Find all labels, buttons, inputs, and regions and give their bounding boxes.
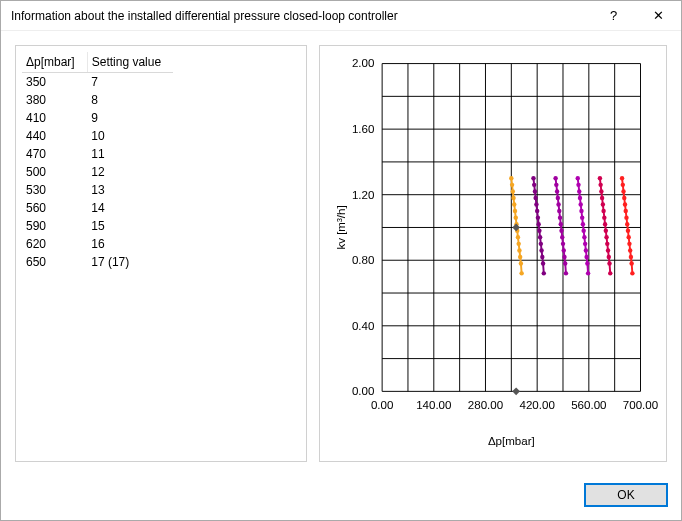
data-point xyxy=(607,255,611,259)
y-axis-label: kv [m³/h] xyxy=(335,205,347,249)
data-point xyxy=(581,222,585,226)
table-row[interactable]: 50012 xyxy=(22,163,173,181)
x-axis-label: Δp[mbar] xyxy=(488,435,535,447)
data-point xyxy=(576,176,580,180)
data-point xyxy=(518,255,522,259)
data-point xyxy=(604,229,608,233)
data-point xyxy=(564,271,568,275)
data-point xyxy=(576,183,580,187)
data-point xyxy=(582,235,586,239)
data-point xyxy=(586,271,590,275)
data-point xyxy=(536,222,540,226)
data-point xyxy=(584,255,588,259)
data-point xyxy=(580,215,584,219)
window-title: Information about the installed differen… xyxy=(11,9,591,23)
data-point xyxy=(512,202,516,206)
x-tick-label: 700.00 xyxy=(623,399,658,411)
data-point xyxy=(531,176,535,180)
data-point xyxy=(535,209,539,213)
data-point xyxy=(585,261,589,265)
data-point xyxy=(629,255,633,259)
data-point xyxy=(542,271,546,275)
data-point xyxy=(517,248,521,252)
cell-dp: 500 xyxy=(22,163,87,181)
x-tick-label: 560.00 xyxy=(571,399,606,411)
close-icon: ✕ xyxy=(653,8,664,23)
data-point xyxy=(532,183,536,187)
data-point xyxy=(603,222,607,226)
cell-dp: 380 xyxy=(22,91,87,109)
y-tick-label: 0.80 xyxy=(352,254,374,266)
column-header-dp[interactable]: Δp[mbar] xyxy=(22,52,87,73)
data-point xyxy=(511,189,515,193)
data-point xyxy=(561,242,565,246)
data-point xyxy=(555,189,559,193)
data-point xyxy=(583,242,587,246)
cell-dp: 590 xyxy=(22,217,87,235)
data-point xyxy=(630,271,634,275)
column-header-setting[interactable]: Setting value xyxy=(87,52,173,73)
chart-panel: 0.00140.00280.00420.00560.00700.000.000.… xyxy=(319,45,667,462)
table-row[interactable]: 65017 (17) xyxy=(22,253,173,271)
data-point xyxy=(578,196,582,200)
cell-dp: 440 xyxy=(22,127,87,145)
data-point xyxy=(606,248,610,252)
cell-setting: 17 (17) xyxy=(87,253,173,271)
data-point xyxy=(516,242,520,246)
data-point xyxy=(605,242,609,246)
ok-button[interactable]: OK xyxy=(585,484,667,506)
data-point xyxy=(599,189,603,193)
y-tick-label: 1.60 xyxy=(352,123,374,135)
data-point xyxy=(608,271,612,275)
cell-setting: 16 xyxy=(87,235,173,253)
table-row[interactable]: 3507 xyxy=(22,73,173,92)
marker-point xyxy=(512,388,520,396)
cell-setting: 8 xyxy=(87,91,173,109)
y-tick-label: 0.00 xyxy=(352,385,374,397)
data-point xyxy=(601,202,605,206)
data-point xyxy=(598,176,602,180)
table-row[interactable]: 44010 xyxy=(22,127,173,145)
data-point xyxy=(607,261,611,265)
data-point xyxy=(533,189,537,193)
cell-dp: 530 xyxy=(22,181,87,199)
close-button[interactable]: ✕ xyxy=(636,1,681,31)
table-row[interactable]: 56014 xyxy=(22,199,173,217)
data-point xyxy=(623,202,627,206)
table-row[interactable]: 62016 xyxy=(22,235,173,253)
table-row[interactable]: 53013 xyxy=(22,181,173,199)
dialog-footer: OK xyxy=(1,476,681,520)
data-point xyxy=(536,215,540,219)
table-row[interactable]: 4109 xyxy=(22,109,173,127)
data-point xyxy=(629,261,633,265)
x-tick-label: 140.00 xyxy=(416,399,451,411)
data-point xyxy=(578,202,582,206)
data-point xyxy=(624,209,628,213)
data-point xyxy=(511,196,515,200)
data-point xyxy=(602,215,606,219)
data-point xyxy=(519,261,523,265)
data-point xyxy=(559,222,563,226)
data-point xyxy=(584,248,588,252)
table-row[interactable]: 3808 xyxy=(22,91,173,109)
data-point xyxy=(621,189,625,193)
data-point xyxy=(625,222,629,226)
table-row[interactable]: 59015 xyxy=(22,217,173,235)
help-button[interactable]: ? xyxy=(591,1,636,31)
cell-dp: 650 xyxy=(22,253,87,271)
data-point xyxy=(509,176,513,180)
data-point xyxy=(620,176,624,180)
data-point xyxy=(600,196,604,200)
cell-setting: 9 xyxy=(87,109,173,127)
y-tick-label: 0.40 xyxy=(352,320,374,332)
data-point xyxy=(553,176,557,180)
x-tick-label: 0.00 xyxy=(371,399,393,411)
table-row[interactable]: 47011 xyxy=(22,145,173,163)
data-point xyxy=(577,189,581,193)
data-point xyxy=(598,183,602,187)
data-point xyxy=(562,248,566,252)
data-point xyxy=(604,235,608,239)
data-point xyxy=(601,209,605,213)
data-point xyxy=(626,235,630,239)
data-point xyxy=(559,229,563,233)
